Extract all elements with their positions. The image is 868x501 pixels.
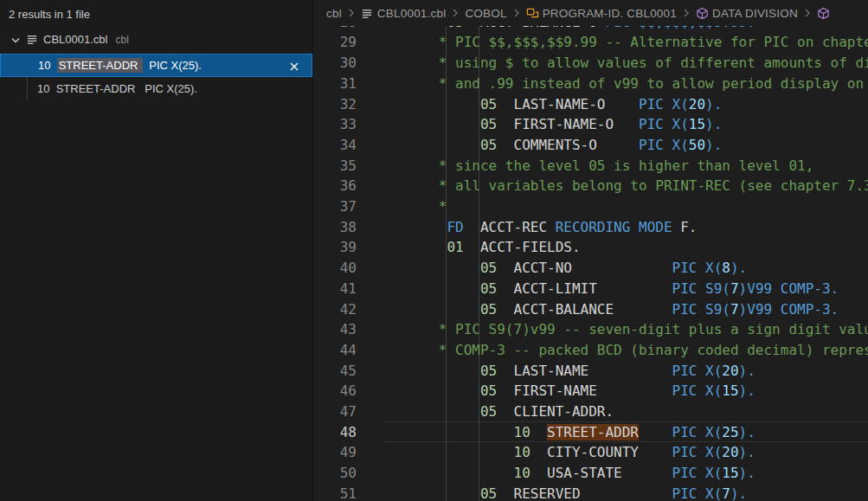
code-line[interactable]: * using $ to allow values of different a… bbox=[389, 53, 868, 74]
code-line[interactable]: * all variables belong to PRINT-REC (see… bbox=[389, 176, 868, 196]
search-file-name: CBL0001.cbl bbox=[43, 33, 107, 46]
code-line[interactable]: 05 RESERVED PIC X(7). bbox=[389, 484, 868, 501]
breadcrumb-item[interactable]: PROGRAM-ID. CBL0001 bbox=[526, 7, 677, 20]
line-number[interactable]: 40 bbox=[314, 258, 357, 279]
code-line[interactable]: 10 USA-STATE PIC X(15). bbox=[389, 463, 868, 484]
breadcrumb-label: COBOL bbox=[465, 7, 506, 20]
code-line[interactable]: FD ACCT-REC RECORDING MODE F. bbox=[389, 217, 868, 238]
line-number[interactable]: 51 bbox=[314, 484, 357, 501]
breadcrumb-item[interactable]: CBL0001.cbl bbox=[361, 7, 447, 20]
line-number[interactable]: 41 bbox=[314, 279, 357, 299]
line-number[interactable]: 50 bbox=[314, 463, 357, 484]
code-line[interactable]: 05 LAST-NAME PIC X(20). bbox=[389, 361, 868, 382]
class-icon bbox=[526, 7, 539, 20]
search-results-summary: 2 results in 1 file bbox=[9, 5, 90, 24]
breadcrumb-item[interactable] bbox=[817, 7, 830, 20]
line-number[interactable]: 32 bbox=[314, 94, 357, 115]
code-line[interactable]: * PIC S9(7)v99 -- seven-digit plus a sig… bbox=[389, 319, 868, 340]
code-line[interactable]: 05 ACCT-NO PIC X(8). bbox=[389, 258, 868, 279]
chevron-right-icon bbox=[510, 6, 524, 20]
code-line[interactable]: * bbox=[389, 196, 868, 217]
match-highlight: STREET-ADDR bbox=[57, 58, 143, 73]
chevron-right-icon bbox=[344, 6, 358, 20]
breadcrumb-item[interactable]: COBOL bbox=[465, 7, 506, 20]
line-number[interactable]: 37 bbox=[314, 196, 357, 217]
search-results-panel: 2 results in 1 file CBL0001.cbl cbl 10 S… bbox=[0, 0, 312, 501]
code-line[interactable]: * COMP-3 -- packed BCD (binary coded dec… bbox=[389, 340, 868, 361]
code-line[interactable]: 05 CLIENT-ADDR. bbox=[389, 401, 868, 422]
search-file-group[interactable]: CBL0001.cbl cbl bbox=[0, 28, 312, 51]
code-line[interactable]: * PIC $$,$$$,$$9.99 -- Alternative for P… bbox=[389, 32, 868, 53]
breadcrumb-label: PROGRAM-ID. CBL0001 bbox=[543, 7, 677, 20]
result-prefix: 10 bbox=[38, 59, 57, 72]
code-line[interactable]: 05 FIRST-NAME PIC X(15). bbox=[389, 381, 868, 401]
line-number[interactable]: 33 bbox=[314, 114, 357, 135]
chevron-right-icon bbox=[679, 6, 693, 20]
line-number[interactable]: 38 bbox=[314, 217, 357, 238]
result-suffix: PIC X(25). bbox=[143, 59, 202, 72]
code-line[interactable]: 05 ACCT-BALANCE PIC S9(7)V99 COMP-3. bbox=[389, 299, 868, 320]
breadcrumb-label: DATA DIVISION bbox=[712, 7, 798, 20]
line-number[interactable]: 47 bbox=[314, 401, 357, 422]
breadcrumb-item[interactable]: DATA DIVISION bbox=[696, 7, 798, 20]
line-number[interactable]: 48 bbox=[314, 422, 357, 443]
dismiss-result-button[interactable] bbox=[286, 59, 301, 74]
chevron-right-icon bbox=[800, 6, 814, 20]
search-result-row[interactable]: 10 STREET-ADDR PIC X(25). bbox=[0, 77, 312, 100]
result-suffix: PIC X(25). bbox=[138, 82, 197, 95]
line-number[interactable]: 31 bbox=[314, 74, 357, 94]
chevron-down-icon[interactable] bbox=[9, 33, 23, 47]
line-number[interactable]: 49 bbox=[314, 442, 357, 463]
code-line[interactable]: 10 STREET-ADDR PIC X(25). bbox=[389, 422, 868, 443]
code-line[interactable]: 10 CITY-COUNTY PIC X(20). bbox=[389, 442, 868, 463]
line-number[interactable]: 36 bbox=[314, 176, 357, 196]
line-number[interactable]: 30 bbox=[314, 53, 357, 74]
breadcrumb-item[interactable]: cbl bbox=[326, 7, 342, 20]
breadcrumb-label: CBL0001.cbl bbox=[377, 7, 447, 20]
line-number[interactable]: 39 bbox=[314, 237, 357, 258]
editor-find-match: STREET-ADDR bbox=[547, 424, 639, 440]
code-line[interactable]: * since the level 05 is higher than leve… bbox=[389, 156, 868, 177]
code-line[interactable]: 05 LAST-NAME-O PIC X(20). bbox=[389, 94, 868, 115]
search-file-path: cbl bbox=[115, 34, 128, 46]
line-number[interactable]: 43 bbox=[314, 319, 357, 340]
breadcrumb-label: cbl bbox=[326, 7, 342, 20]
chevron-right-icon bbox=[448, 6, 462, 20]
result-prefix: 10 bbox=[37, 82, 56, 95]
editor: cblCBL0001.cblCOBOLPROGRAM-ID. CBL0001DA… bbox=[312, 0, 868, 501]
code-line[interactable]: * and .99 instead of v99 to allow period… bbox=[389, 74, 868, 94]
line-number[interactable]: 29 bbox=[314, 32, 357, 53]
file-icon bbox=[26, 33, 39, 46]
cube-icon bbox=[696, 7, 709, 20]
breadcrumb: cblCBL0001.cblCOBOLPROGRAM-ID. CBL0001DA… bbox=[313, 0, 868, 26]
line-number[interactable]: 42 bbox=[314, 299, 357, 320]
line-number[interactable]: 44 bbox=[314, 340, 357, 361]
code-line[interactable]: 01 ACCT-FIELDS. bbox=[389, 237, 868, 258]
search-result-row[interactable]: 10 STREET-ADDR PIC X(25). bbox=[0, 54, 312, 77]
code-line[interactable]: 05 FIRST-NAME-O PIC X(15). bbox=[389, 114, 868, 135]
cube-icon bbox=[817, 7, 830, 20]
line-number[interactable]: 45 bbox=[314, 361, 357, 382]
file-icon bbox=[361, 7, 374, 20]
line-number[interactable]: 34 bbox=[314, 135, 357, 156]
line-number[interactable]: 46 bbox=[314, 381, 357, 401]
code-line[interactable]: 05 COMMENTS-O PIC X(50). bbox=[389, 135, 868, 156]
line-number[interactable]: 35 bbox=[314, 156, 357, 177]
match-highlight: STREET-ADDR bbox=[56, 82, 138, 95]
code-line[interactable]: 05 ACCT-LIMIT PIC S9(7)V99 COMP-3. bbox=[389, 279, 868, 299]
